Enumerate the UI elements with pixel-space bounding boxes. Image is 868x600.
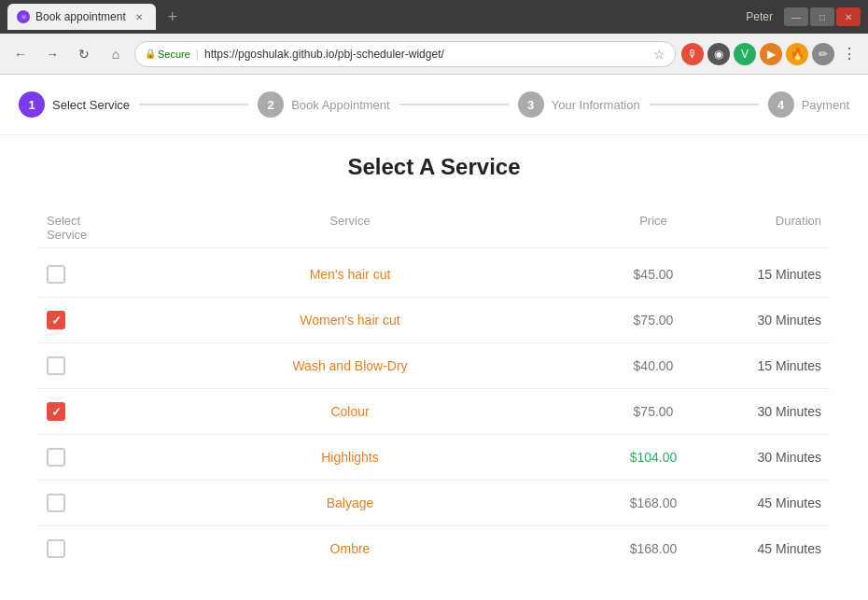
- extension-icon-4[interactable]: ▶: [760, 43, 782, 65]
- service-name: Wash and Blow-Dry: [103, 358, 597, 373]
- service-name: Men's hair cut: [103, 267, 597, 282]
- user-name: Peter: [746, 10, 773, 23]
- step-connector-2: [399, 104, 509, 105]
- browser-menu-button[interactable]: ⋮: [838, 45, 861, 63]
- table-row: Colour$75.0030 Minutes: [37, 389, 831, 435]
- minimize-button[interactable]: —: [784, 7, 808, 26]
- service-duration: 45 Minutes: [709, 495, 821, 510]
- tab-favicon: [17, 10, 30, 23]
- step-2-label: Book Appointment: [291, 98, 390, 112]
- service-price: $75.00: [597, 313, 709, 328]
- service-checkbox-2[interactable]: [47, 311, 65, 329]
- browser-tab[interactable]: Book appointment ✕: [7, 4, 156, 30]
- checkbox-cell: [47, 402, 103, 421]
- service-checkbox-3[interactable]: [47, 356, 65, 375]
- table-row: Highlights$104.0030 Minutes: [37, 435, 831, 481]
- checkbox-cell: [47, 265, 103, 284]
- step-1-label: Select Service: [52, 98, 130, 112]
- extension-icon-5[interactable]: 🔥: [786, 43, 808, 65]
- header-select: Select Service: [47, 214, 103, 242]
- step-2-circle: 2: [258, 91, 284, 118]
- service-name: Ombre: [103, 541, 597, 556]
- service-checkbox-4[interactable]: [47, 402, 65, 421]
- title-bar: Book appointment ✕ + Peter — □ ✕: [0, 0, 868, 34]
- step-1: 1 Select Service: [19, 91, 130, 118]
- tab-close-button[interactable]: ✕: [132, 9, 147, 24]
- header-duration: Duration: [709, 214, 821, 242]
- table-row: Men's hair cut$45.0015 Minutes: [37, 252, 831, 298]
- step-2: 2 Book Appointment: [258, 91, 390, 118]
- toolbar-icons: 🎙 ◉ V ▶ 🔥 ✏ ⋮: [681, 43, 861, 65]
- service-duration: 45 Minutes: [709, 541, 821, 556]
- address-bar: ← → ↻ ⌂ Secure | https://pgoshulak.githu…: [0, 34, 868, 75]
- service-rows-container: Men's hair cut$45.0015 MinutesWomen's ha…: [37, 252, 831, 571]
- step-4: 4 Payment: [768, 91, 849, 118]
- table-row: Balyage$168.0045 Minutes: [37, 481, 831, 526]
- service-price: $104.00: [597, 450, 709, 465]
- checkbox-cell: [47, 356, 103, 375]
- service-name: Highlights: [103, 450, 597, 465]
- address-input[interactable]: Secure | https://pgoshulak.github.io/pbj…: [134, 41, 676, 67]
- checkbox-cell: [47, 311, 103, 329]
- header-price: Price: [597, 214, 709, 242]
- close-button[interactable]: ✕: [836, 7, 861, 26]
- secure-label: Secure: [158, 49, 190, 60]
- service-checkbox-7[interactable]: [47, 539, 65, 558]
- step-3: 3 Your Information: [518, 91, 640, 118]
- table-row: Wash and Blow-Dry$40.0015 Minutes: [37, 343, 831, 389]
- back-button[interactable]: ←: [7, 41, 34, 67]
- maximize-button[interactable]: □: [810, 7, 834, 26]
- table-row: Women's hair cut$75.0030 Minutes: [37, 298, 831, 343]
- step-3-label: Your Information: [552, 98, 640, 112]
- main-content: Select A Service Select Service Service …: [0, 135, 868, 590]
- service-price: $75.00: [597, 404, 709, 419]
- reload-button[interactable]: ↻: [71, 41, 97, 67]
- window-controls: — □ ✕: [784, 7, 861, 26]
- service-duration: 30 Minutes: [709, 404, 821, 419]
- checkbox-cell: [47, 448, 103, 467]
- step-1-circle: 1: [19, 91, 45, 118]
- extension-icon-6[interactable]: ✏: [812, 43, 834, 65]
- checkbox-cell: [47, 494, 103, 512]
- step-4-label: Payment: [802, 98, 849, 112]
- extension-icon-1[interactable]: 🎙: [681, 43, 704, 65]
- page-content: 1 Select Service 2 Book Appointment 3 Yo…: [0, 75, 868, 600]
- step-3-circle: 3: [518, 91, 544, 118]
- service-checkbox-6[interactable]: [47, 494, 65, 512]
- url-text: https://pgoshulak.github.io/pbj-schedule…: [204, 48, 444, 61]
- table-row: Ombre$168.0045 Minutes: [37, 526, 831, 571]
- service-price: $168.00: [597, 495, 709, 510]
- service-duration: 15 Minutes: [709, 267, 821, 282]
- forward-button[interactable]: →: [39, 41, 65, 67]
- service-duration: 30 Minutes: [709, 313, 821, 328]
- header-service: Service: [103, 214, 597, 242]
- service-price: $40.00: [597, 358, 709, 373]
- service-checkbox-5[interactable]: [47, 448, 65, 467]
- home-button[interactable]: ⌂: [103, 41, 129, 67]
- wizard-steps: 1 Select Service 2 Book Appointment 3 Yo…: [0, 75, 868, 135]
- checkbox-cell: [47, 539, 103, 558]
- step-4-circle: 4: [768, 91, 794, 118]
- service-price: $45.00: [597, 267, 709, 282]
- table-header: Select Service Service Price Duration: [37, 208, 831, 248]
- browser-frame: Book appointment ✕ + Peter — □ ✕ ← → ↻ ⌂…: [0, 0, 868, 600]
- service-checkbox-1[interactable]: [47, 265, 65, 284]
- service-price: $168.00: [597, 541, 709, 556]
- extension-icon-2[interactable]: ◉: [707, 43, 730, 65]
- service-name: Balyage: [103, 495, 597, 510]
- service-duration: 30 Minutes: [709, 450, 821, 465]
- page-title: Select A Service: [37, 154, 831, 180]
- service-name: Colour: [103, 404, 597, 419]
- secure-badge: Secure: [145, 49, 190, 60]
- service-duration: 15 Minutes: [709, 358, 821, 373]
- step-connector-1: [139, 104, 248, 105]
- new-tab-button[interactable]: +: [160, 4, 186, 30]
- tab-title: Book appointment: [35, 10, 126, 23]
- service-name: Women's hair cut: [103, 313, 597, 328]
- extension-icon-3[interactable]: V: [734, 43, 756, 65]
- step-connector-3: [650, 104, 759, 105]
- bookmark-icon[interactable]: ☆: [653, 47, 665, 62]
